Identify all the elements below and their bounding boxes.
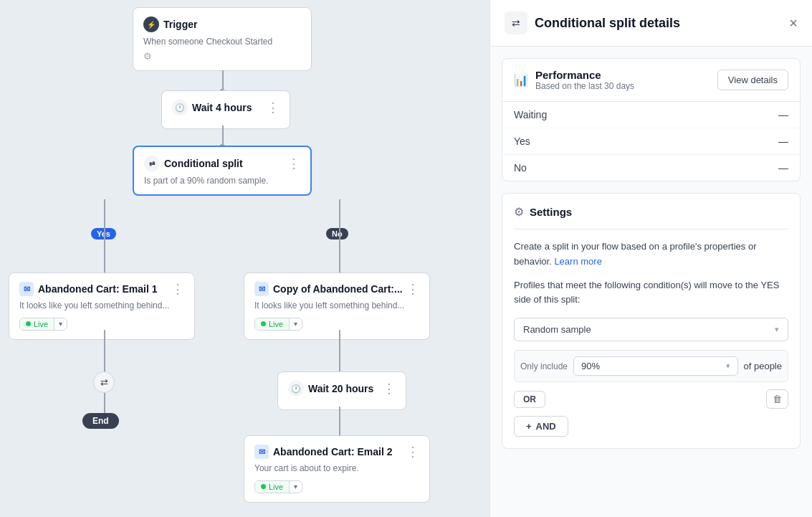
panel-title: Conditional split details	[535, 16, 680, 31]
split-menu[interactable]: ⋮	[287, 157, 300, 170]
learn-more-link[interactable]: Learn more	[554, 256, 601, 267]
trigger-icon: ⚡	[143, 16, 159, 32]
settings-section: ⚙ Settings Create a split in your flow b…	[502, 193, 801, 449]
email2-menu[interactable]: ⋮	[406, 445, 419, 458]
percent-dropdown[interactable]: 90% ▾	[573, 356, 737, 376]
perf-yes-label: Yes	[514, 136, 530, 147]
only-include-label: Only include	[520, 361, 568, 371]
end-node: End	[82, 413, 119, 429]
performance-icon: 📊	[514, 73, 528, 87]
panel-close-button[interactable]: ×	[789, 16, 798, 30]
trigger-body: When someone Checkout Started	[143, 37, 301, 47]
split-title: Conditional split	[164, 158, 243, 169]
perf-waiting-value: —	[778, 109, 788, 120]
connector-no	[339, 199, 340, 277]
email-copy-title: Copy of Abandoned Cart:...	[273, 283, 403, 295]
split-reconnect-icon: ⇄	[93, 371, 115, 393]
settings-description: Create a split in your flow based on a p…	[514, 239, 788, 270]
trigger-node[interactable]: ⚡ Trigger When someone Checkout Started …	[133, 7, 312, 71]
connector-email1-end	[104, 330, 105, 373]
and-button[interactable]: + AND	[514, 416, 568, 437]
email2-icon: ✉	[254, 445, 269, 459]
conditional-split-node[interactable]: ⇄ Conditional split ⋮ Is part of a 90% r…	[133, 146, 312, 196]
percent-dropdown-arrow: ▾	[726, 361, 730, 371]
clock-icon-1: 🕐	[172, 100, 188, 115]
wait2-menu[interactable]: ⋮	[383, 382, 396, 395]
email2-dropdown-arrow[interactable]: ▾	[290, 481, 302, 492]
condition-row: Only include 90% ▾ of people	[514, 350, 788, 382]
settings-condition-text: Profiles that meet the following conditi…	[514, 278, 788, 308]
connector-copy-wait	[339, 330, 340, 373]
connector-to-end	[104, 393, 105, 414]
email2-title: Abandoned Cart: Email 2	[273, 446, 392, 457]
settings-title: Settings	[530, 206, 572, 218]
connector-wait2-email2	[339, 407, 340, 435]
random-sample-arrow: ▾	[775, 325, 779, 334]
perf-yes-value: —	[778, 136, 788, 147]
split-body: Is part of a 90% random sample.	[144, 176, 300, 186]
and-plus-icon: +	[526, 421, 532, 432]
or-row: OR 🗑	[514, 389, 788, 409]
wait2-title: Wait 20 hours	[308, 383, 373, 394]
live-dot-3	[261, 484, 266, 489]
perf-waiting-label: Waiting	[514, 109, 547, 120]
perf-no-value: —	[778, 162, 788, 174]
perf-row-no: No —	[502, 155, 800, 181]
email2-node[interactable]: ✉ Abandoned Cart: Email 2 ⋮ Your cart is…	[244, 435, 430, 503]
email1-icon: ✉	[19, 282, 34, 296]
no-label: No	[326, 228, 348, 239]
performance-section: 📊 Performance Based on the last 30 days …	[502, 58, 801, 181]
right-panel: ⇄ Conditional split details × 📊 Performa…	[489, 0, 812, 517]
view-details-button[interactable]: View details	[717, 70, 788, 90]
email-copy-status[interactable]: Live ▾	[254, 318, 302, 331]
email1-menu[interactable]: ⋮	[171, 283, 184, 295]
email-copy-node[interactable]: ✉ Copy of Abandoned Cart:... ⋮ It looks …	[244, 272, 430, 340]
email1-node[interactable]: ✉ Abandoned Cart: Email 1 ⋮ It looks lik…	[9, 272, 195, 340]
trigger-title: Trigger	[163, 19, 197, 30]
performance-title: Performance	[535, 69, 634, 81]
perf-row-yes: Yes —	[502, 128, 800, 155]
email2-status[interactable]: Live ▾	[254, 480, 302, 493]
email-copy-body: It looks like you left something behind.…	[254, 300, 419, 310]
flow-canvas: ⚡ Trigger When someone Checkout Started …	[0, 0, 489, 517]
or-button[interactable]: OR	[514, 391, 545, 408]
perf-no-label: No	[514, 162, 527, 174]
email1-dropdown-arrow[interactable]: ▾	[54, 318, 67, 329]
live-dot-1	[26, 321, 31, 326]
live-dot-2	[261, 321, 266, 326]
email2-body: Your cart is about to expire.	[254, 463, 419, 473]
email-copy-dropdown-arrow[interactable]: ▾	[290, 318, 302, 329]
perf-row-waiting: Waiting —	[502, 102, 800, 128]
email1-status[interactable]: Live ▾	[19, 318, 67, 331]
email1-title: Abandoned Cart: Email 1	[38, 283, 157, 295]
of-people-label: of people	[744, 361, 783, 371]
split-icon: ⇄	[144, 156, 160, 171]
email-copy-menu[interactable]: ⋮	[406, 283, 419, 295]
delete-button[interactable]: 🗑	[766, 389, 788, 409]
wait1-title: Wait 4 hours	[192, 102, 252, 113]
connector-yes	[104, 199, 105, 277]
panel-header-icon: ⇄	[505, 11, 527, 34]
trigger-sub-icon: ⚙	[143, 51, 301, 62]
panel-header: ⇄ Conditional split details ×	[490, 0, 812, 47]
settings-icon: ⚙	[514, 205, 524, 219]
wait1-node[interactable]: 🕐 Wait 4 hours ⋮	[161, 90, 290, 129]
email-copy-icon: ✉	[254, 282, 269, 296]
trash-icon: 🗑	[773, 394, 782, 404]
email1-body: It looks like you left something behind.…	[19, 300, 184, 310]
wait2-node[interactable]: 🕐 Wait 20 hours ⋮	[277, 371, 406, 410]
performance-subtitle: Based on the last 30 days	[535, 81, 634, 91]
and-label: AND	[536, 421, 556, 432]
clock-icon-2: 🕐	[288, 381, 304, 397]
random-sample-dropdown[interactable]: Random sample ▾	[514, 318, 788, 341]
wait1-menu[interactable]: ⋮	[267, 101, 280, 114]
